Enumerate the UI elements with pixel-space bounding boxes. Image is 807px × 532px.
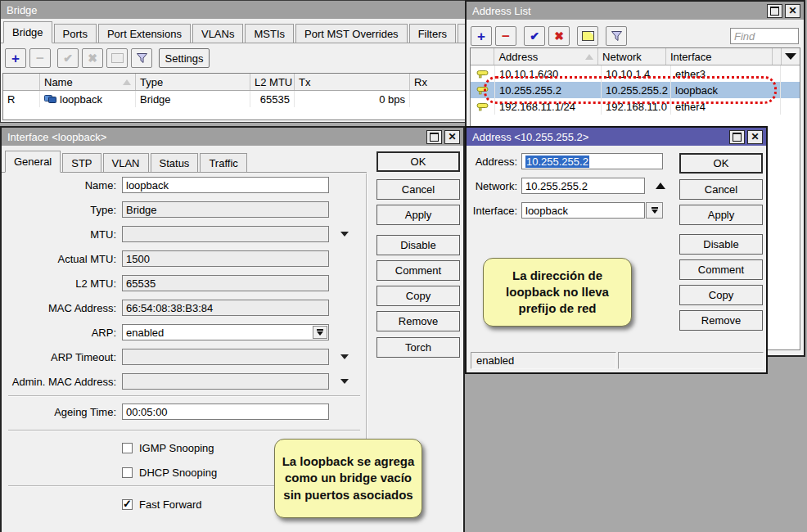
column-tx[interactable]: Tx (295, 74, 410, 90)
disable-button[interactable]: Disable (679, 234, 763, 255)
tab-general[interactable]: General (5, 151, 61, 173)
address-input[interactable]: 10.255.255.2 (521, 153, 663, 169)
address-dialog-titlebar[interactable]: Address <10.255.255.2> ✕ (467, 128, 766, 146)
type-label: Type: (2, 204, 116, 216)
tab-bridge[interactable]: Bridge (3, 21, 52, 43)
cancel-button[interactable]: Cancel (376, 179, 460, 200)
name-label: Name: (2, 179, 116, 192)
column-interface[interactable]: Interface (666, 48, 773, 65)
maximize-icon (770, 7, 779, 16)
arp-timeout-field[interactable] (122, 349, 329, 365)
mtu-field[interactable] (122, 226, 329, 242)
tab-port-extensions[interactable]: Port Extensions (98, 24, 191, 43)
filter-button[interactable] (131, 48, 152, 68)
tab-ports[interactable]: Ports (54, 24, 97, 43)
tab-filters[interactable]: Filters (409, 24, 456, 43)
disable-button[interactable]: ✖ (82, 48, 103, 68)
column-interface-label: Interface (670, 51, 712, 63)
column-name[interactable]: Name (40, 74, 136, 90)
ok-button[interactable]: OK (679, 153, 763, 174)
address-row-selected[interactable]: 10.255.255.2 10.255.255.2 loopback (471, 82, 800, 98)
row-l2mtu-cell: 65535 (250, 91, 295, 107)
interface-combo[interactable]: loopback (521, 202, 645, 219)
status-bar-left: enabled (471, 352, 616, 369)
column-network[interactable]: Network (598, 48, 666, 65)
dropdown-arrow-icon[interactable] (340, 379, 349, 384)
column-address[interactable]: Address (494, 48, 598, 65)
arp-combo[interactable]: enabled (122, 324, 329, 340)
comment-button[interactable]: Comment (376, 260, 460, 281)
find-input[interactable] (730, 28, 799, 44)
tab-mstis[interactable]: MSTIs (245, 24, 294, 43)
close-button[interactable]: ✕ (747, 130, 763, 144)
tab-stp[interactable]: STP (62, 153, 101, 172)
apply-button[interactable]: Apply (679, 205, 763, 225)
remove-address-button[interactable]: − (495, 26, 516, 46)
column-select-button[interactable] (782, 48, 800, 65)
mac-address-field: 66:54:08:38:B3:84 (122, 300, 329, 316)
comment-button[interactable]: Comment (679, 259, 763, 280)
column-icon[interactable] (471, 48, 494, 65)
tab-port-mst-overrides[interactable]: Port MST Overrides (295, 24, 408, 43)
maximize-button[interactable] (426, 130, 442, 144)
add-button[interactable]: + (5, 48, 26, 68)
igmp-snooping-checkbox[interactable] (122, 443, 133, 453)
filler-cell (781, 82, 800, 98)
dhcp-snooping-checkbox[interactable] (122, 467, 133, 478)
copy-button[interactable]: Copy (679, 285, 763, 305)
column-l2mtu[interactable]: L2 MTU (250, 74, 295, 90)
up-arrow-icon[interactable] (656, 183, 665, 189)
admin-mac-field[interactable] (122, 373, 329, 390)
tab-status[interactable]: Status (151, 153, 199, 172)
combo-arrow-icon[interactable] (646, 202, 663, 219)
status-enabled-label: enabled (476, 354, 514, 367)
remove-button[interactable]: Remove (376, 311, 460, 331)
cross-icon: ✖ (88, 52, 97, 64)
combo-arrow-icon[interactable] (313, 326, 327, 339)
network-input[interactable] (521, 178, 645, 194)
disable-button[interactable]: Disable (376, 235, 460, 255)
comment-button[interactable] (106, 48, 128, 68)
column-flags[interactable] (3, 74, 40, 90)
status-bar-right (618, 352, 764, 369)
address-row[interactable]: 10.10.1.6/30 10.10.1.4 ether3 (471, 65, 800, 82)
close-button[interactable]: ✕ (444, 130, 460, 144)
comment-address-button[interactable] (577, 26, 598, 46)
interface-cell: loopback (671, 82, 781, 98)
dropdown-arrow-icon[interactable] (340, 232, 349, 237)
bridge-icon (44, 94, 56, 104)
filter-address-button[interactable] (606, 26, 627, 46)
column-type[interactable]: Type (136, 74, 250, 90)
dropdown-arrow-icon[interactable] (340, 354, 349, 359)
enable-button[interactable]: ✔ (57, 48, 79, 68)
ageing-time-input[interactable] (122, 404, 329, 420)
ok-button[interactable]: OK (376, 151, 460, 172)
address-icon (476, 101, 489, 111)
tab-vlan[interactable]: VLAN (103, 153, 149, 172)
enable-address-button[interactable]: ✔ (524, 26, 545, 46)
settings-button[interactable]: Settings (159, 48, 210, 68)
address-row[interactable]: 192.168.11.1/24 192.168.11.0 ether4 (471, 98, 800, 115)
check-icon: ✔ (530, 30, 539, 42)
close-button[interactable]: ✕ (785, 4, 800, 18)
address-list-toolbar: + − ✔ ✖ (471, 25, 799, 47)
cancel-button[interactable]: Cancel (679, 179, 763, 200)
tab-vlans[interactable]: VLANs (192, 24, 243, 43)
filter-icon (611, 30, 623, 42)
column-filler (773, 48, 782, 65)
tab-traffic[interactable]: Traffic (200, 153, 246, 172)
name-input[interactable] (122, 177, 329, 193)
apply-button[interactable]: Apply (376, 205, 460, 225)
disable-address-button[interactable]: ✖ (548, 26, 570, 46)
maximize-button[interactable] (767, 4, 782, 18)
fast-forward-checkbox[interactable] (122, 499, 133, 510)
remove-button[interactable]: Remove (679, 310, 763, 331)
torch-button[interactable]: Torch (376, 337, 460, 358)
interface-dialog-titlebar[interactable]: Interface <loopback> ✕ (2, 128, 463, 146)
remove-button[interactable]: − (29, 48, 51, 68)
minus-icon: − (36, 52, 44, 65)
maximize-button[interactable] (729, 130, 745, 144)
add-address-button[interactable]: + (471, 26, 492, 46)
address-list-titlebar[interactable]: Address List ✕ (467, 2, 804, 20)
copy-button[interactable]: Copy (376, 286, 460, 306)
